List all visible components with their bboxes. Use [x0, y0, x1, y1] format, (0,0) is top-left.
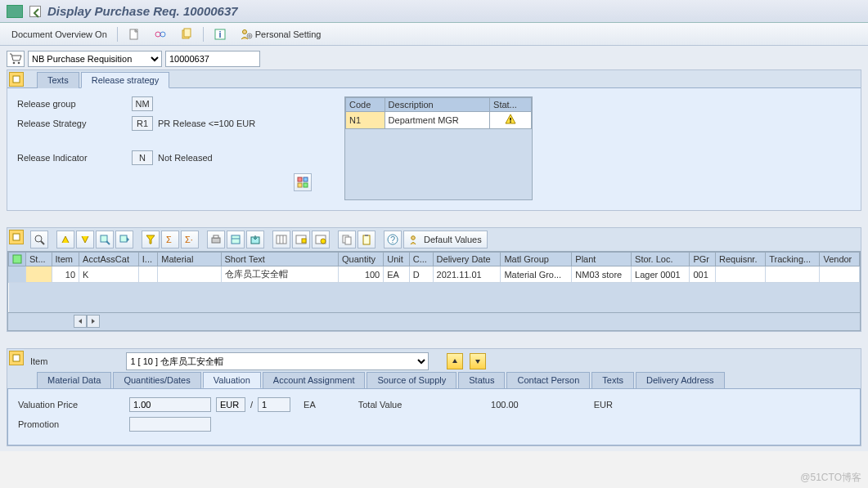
copy-icon[interactable]	[338, 231, 356, 248]
default-values-button[interactable]: Default Values	[403, 231, 488, 248]
layout-manage-icon[interactable]	[312, 231, 330, 248]
print-icon[interactable]	[207, 231, 225, 248]
collapse-detail-button[interactable]	[9, 351, 24, 365]
item-select[interactable]: 1 [ 10 ] 仓库员工安全帽	[126, 352, 429, 370]
col-itemcat[interactable]: I...	[138, 253, 157, 266]
info-icon[interactable]: i	[210, 28, 230, 41]
total-icon[interactable]: Σ	[161, 231, 179, 248]
col-vendor[interactable]: Vendor	[820, 253, 860, 266]
clipboard-icon[interactable]	[358, 231, 376, 248]
cell-description: Department MGR	[385, 112, 489, 129]
subtotal-icon[interactable]: Σ·	[181, 231, 199, 248]
application-toolbar: Document Overview On i Personal Setting	[0, 23, 868, 46]
tab-account-assignment[interactable]: Account Assignment	[263, 372, 366, 388]
sort-desc-icon[interactable]	[76, 231, 94, 248]
collapse-items-button[interactable]	[9, 230, 24, 244]
items-grid: St... Item AcctAssCat I... Material Shor…	[7, 251, 861, 331]
document-number-input[interactable]	[165, 51, 260, 67]
scroll-left-icon[interactable]	[74, 315, 87, 328]
cell-plant: NM03 store	[572, 266, 632, 283]
cell-pgr: 001	[690, 266, 716, 283]
document-type-select[interactable]: NB Purchase Requisition	[28, 51, 162, 67]
tab-valuation[interactable]: Valuation	[203, 372, 261, 388]
release-group-label: Release group	[17, 99, 132, 109]
tab-status[interactable]: Status	[458, 372, 505, 388]
col-status: Stat...	[490, 98, 532, 112]
layout-save-icon[interactable]	[292, 231, 310, 248]
col-material[interactable]: Material	[158, 253, 221, 266]
col-acctasscat[interactable]: AcctAssCat	[79, 253, 139, 266]
col-tracking[interactable]: Tracking...	[766, 253, 820, 266]
valuation-price-input[interactable]	[129, 397, 211, 412]
col-shorttext[interactable]: Short Text	[221, 253, 339, 266]
svg-rect-11	[13, 76, 20, 83]
tab-texts-detail[interactable]: Texts	[591, 372, 634, 388]
find-icon[interactable]	[96, 231, 114, 248]
grid-header-row: St... Item AcctAssCat I... Material Shor…	[9, 253, 860, 266]
views-icon[interactable]	[227, 231, 245, 248]
sort-asc-icon[interactable]	[56, 231, 74, 248]
tab-texts[interactable]: Texts	[37, 72, 79, 88]
col-delivdate[interactable]: Delivery Date	[433, 253, 501, 266]
promotion-input[interactable]	[129, 417, 211, 432]
warning-icon	[505, 114, 516, 125]
col-unit[interactable]: Unit	[384, 253, 410, 266]
release-group-value: NM	[132, 96, 153, 111]
cell-deliv: 2021.11.01	[433, 266, 501, 283]
tab-contact-person[interactable]: Contact Person	[506, 372, 590, 388]
valuation-price-row: Valuation Price / EA Total Value 100.00 …	[18, 397, 850, 412]
col-status[interactable]: St...	[26, 253, 52, 266]
grid-footer	[8, 312, 860, 330]
document-overview-button[interactable]: Document Overview On	[8, 29, 110, 39]
cart-icon[interactable]	[7, 51, 25, 67]
col-plant[interactable]: Plant	[572, 253, 632, 266]
personal-setting-label: Personal Setting	[255, 29, 322, 39]
col-matlgroup[interactable]: Matl Group	[501, 253, 572, 266]
svg-rect-21	[101, 235, 107, 242]
layout-icon[interactable]	[294, 173, 312, 191]
col-pgr[interactable]: PGr	[690, 253, 716, 266]
detail-tabs: Material Data Quantities/Dates Valuation…	[37, 372, 861, 388]
grid-row[interactable]: 10 K 仓库员工安全帽 100 EA D 2021.11.01 Materia…	[9, 266, 860, 283]
item-next-button[interactable]	[470, 353, 486, 369]
svg-rect-14	[298, 183, 302, 187]
help-icon[interactable]: ?	[384, 231, 402, 248]
back-icon[interactable]	[29, 6, 41, 17]
col-requisnr[interactable]: Requisnr.	[715, 253, 765, 266]
col-quantity[interactable]: Quantity	[339, 253, 384, 266]
item-prev-button[interactable]	[447, 353, 463, 369]
valuation-currency-input[interactable]	[216, 397, 245, 412]
cell-c: D	[409, 266, 433, 283]
col-c[interactable]: C...	[409, 253, 433, 266]
col-storloc[interactable]: Stor. Loc.	[632, 253, 690, 266]
export-icon[interactable]	[246, 231, 264, 248]
find-next-icon[interactable]	[115, 231, 133, 248]
tab-quantities-dates[interactable]: Quantities/Dates	[113, 372, 200, 388]
tab-material-data[interactable]: Material Data	[37, 372, 111, 388]
filter-icon[interactable]	[142, 231, 160, 248]
other-pr-icon[interactable]	[177, 28, 196, 41]
tab-delivery-address[interactable]: Delivery Address	[636, 372, 725, 388]
default-values-label: Default Values	[424, 235, 482, 244]
select-all-icon[interactable]	[9, 253, 26, 266]
display-change-icon[interactable]	[151, 28, 170, 41]
create-icon[interactable]	[124, 28, 144, 41]
valuation-per-input[interactable]	[258, 397, 290, 412]
release-row[interactable]: N1 Department MGR	[346, 112, 532, 129]
svg-text:Σ·: Σ·	[185, 235, 193, 244]
release-strategy-field: Release Strategy R1 PR Release <=100 EUR	[17, 116, 312, 131]
tab-release-strategy[interactable]: Release strategy	[81, 72, 170, 88]
valuation-unit: EA	[304, 400, 316, 410]
details-icon[interactable]	[30, 231, 48, 248]
layout-icon[interactable]	[272, 231, 290, 248]
release-group-field: Release group NM	[17, 96, 312, 111]
grid-scrollbar[interactable]	[74, 315, 100, 328]
release-codes-panel: Code Description Stat... N1 Department M…	[344, 96, 533, 200]
personal-setting-button[interactable]: Personal Setting	[236, 28, 325, 41]
collapse-header-button[interactable]	[9, 72, 24, 87]
scroll-right-icon[interactable]	[87, 315, 100, 328]
col-item[interactable]: Item	[52, 253, 79, 266]
svg-rect-40	[363, 235, 370, 244]
svg-rect-23	[120, 235, 127, 242]
tab-source-supply[interactable]: Source of Supply	[367, 372, 456, 388]
